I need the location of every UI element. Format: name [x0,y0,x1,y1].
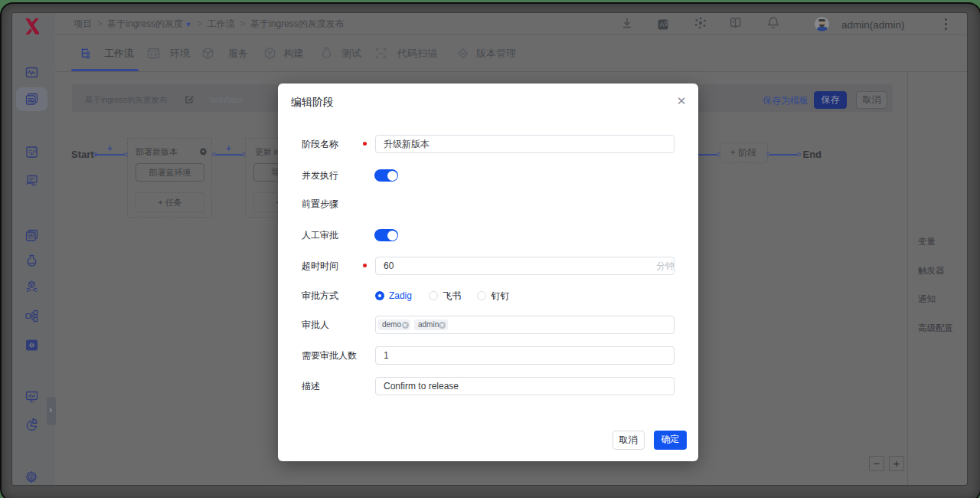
svg-text:A: A [660,21,665,28]
svg-text:PM: PM [28,99,34,103]
